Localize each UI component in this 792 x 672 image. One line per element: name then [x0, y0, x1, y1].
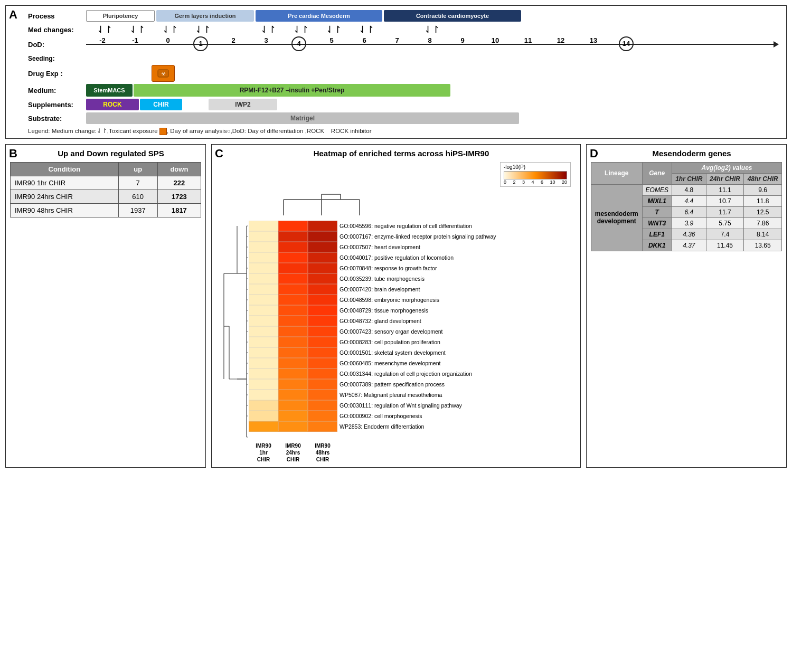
heatmap-cell — [249, 347, 278, 358]
heatmap-row-label: WP2853: Endoderm differentiation — [340, 421, 496, 432]
heatmap-row — [249, 421, 337, 432]
heatmap-cell — [278, 368, 308, 379]
heatmap-cell — [278, 231, 308, 242]
process-row: Process Pluripotency Germ layers inducti… — [28, 10, 780, 22]
heatmap-cell — [308, 337, 337, 347]
heatmap-cell — [278, 252, 308, 263]
heatmap-row-label: WP5087: Malignant pleural mesothelioma — [340, 390, 496, 400]
gene-cell: T — [642, 206, 672, 217]
panel-c-title-text: Heatmap of enriched terms across hiPS-IM… — [314, 149, 489, 158]
heatmap-cell — [249, 390, 278, 400]
legend: Legend: Medium change:⇃↾,Toxicant exposu… — [28, 127, 780, 135]
bar-pluripotency: Pluripotency — [86, 10, 155, 22]
val1-cell: 4.36 — [672, 229, 706, 240]
col-24hr: 24hr CHIR — [706, 173, 744, 184]
side-dendrogram — [221, 221, 248, 442]
heatmap-row-label: GO:0048729: tissue morphogenesis — [340, 305, 496, 316]
heatmap-row — [249, 326, 337, 337]
heatmap-col-label: IMR9048hrsCHIR — [308, 442, 337, 463]
dod-7: 7 — [381, 36, 413, 51]
heatmap-cell — [308, 411, 337, 421]
heatmap-row — [249, 252, 337, 263]
heatmap-cell — [278, 273, 308, 284]
supplements-row: Supplements: ROCK CHIR IWP2 — [28, 99, 780, 110]
heatmap-row — [249, 263, 337, 273]
heatmap-cell — [278, 390, 308, 400]
val3-cell: 11.8 — [744, 195, 782, 206]
panel-a-label: A — [9, 8, 17, 22]
col-lineage: Lineage — [591, 162, 643, 184]
heatmap-cell — [249, 379, 278, 390]
heatmap-cell — [249, 368, 278, 379]
dod-circle-14: 14 — [619, 36, 634, 51]
heatmap-cell — [308, 273, 337, 284]
val2-cell: 11.7 — [706, 206, 744, 217]
heatmap-cell — [278, 411, 308, 421]
heatmap-cell — [249, 263, 278, 273]
med-icon-4: ⇃↾ — [186, 24, 219, 35]
dod-circle-1: 1 — [193, 36, 208, 51]
panel-d: D Mesendoderm genes Lineage Gene Avg(log… — [586, 144, 787, 468]
heatmap-cell — [308, 326, 337, 337]
up-cell: 1937 — [118, 203, 157, 217]
dod-0: 0 — [152, 36, 184, 51]
heatmap-cell — [249, 221, 278, 231]
dod-6: 6 — [348, 36, 381, 51]
dod-neg1: -1 — [119, 36, 152, 51]
bar-precardiac: Pre cardiac Mesoderm — [256, 10, 382, 22]
heatmap-row-label: GO:0048598: embryonic morphogenesis — [340, 295, 496, 305]
med-icon-7: ⇃↾ — [317, 24, 350, 35]
val2-cell: 10.7 — [706, 195, 744, 206]
condition-cell: IMR90 24hrs CHIR — [11, 190, 119, 203]
suppl-chir: CHIR — [140, 99, 182, 110]
heatmap-cell — [249, 411, 278, 421]
heatmap-row-label: GO:0060485: mesenchyme development — [340, 358, 496, 368]
val1-cell: 4.4 — [672, 195, 706, 206]
val3-cell: 13.65 — [744, 240, 782, 251]
medium-label: Medium: — [28, 87, 86, 94]
dod-3: 3 — [250, 36, 282, 51]
heatmap-cell — [278, 326, 308, 337]
panel-c-label: C — [215, 147, 223, 160]
dod-11: 11 — [512, 36, 544, 51]
panel-b-title-text: Up and Down regulated SPS — [58, 149, 164, 158]
lineage-cell: mesendodermdevelopment — [591, 184, 643, 251]
table-d: Lineage Gene Avg(log2) values 1hr CHIR 2… — [591, 162, 782, 251]
heatmap-cells — [249, 221, 337, 442]
dod-circle-4: 4 — [291, 36, 306, 51]
heatmap-row — [249, 231, 337, 242]
med-icon-1: ⇃↾ — [88, 24, 121, 35]
substrate-matrigel: Matrigel — [86, 112, 519, 124]
panel-d-label: D — [590, 147, 598, 160]
seeding-label: Seeding: — [28, 55, 86, 62]
heatmap-cell — [308, 358, 337, 368]
heatmap-cell — [249, 242, 278, 252]
heatmap-row — [249, 379, 337, 390]
heatmap-row — [249, 284, 337, 295]
dod-2: 2 — [217, 36, 250, 51]
condition-cell: IMR90 1hr CHIR — [11, 176, 119, 190]
heatmap-cell — [308, 242, 337, 252]
medium-stemmacs: StemMACS — [86, 84, 133, 97]
med-changes-row: Med changes: ⇃↾ ⇃↾ ⇃↾ ⇃↾ ⇃↾ ⇃↾ ⇃↾ ⇃↾ ⇃↾ — [28, 24, 780, 35]
dod-9: 9 — [446, 36, 479, 51]
med-icon-9: ⇃↾ — [416, 24, 448, 35]
val2-cell: 11.45 — [706, 240, 744, 251]
heatmap-cell — [278, 284, 308, 295]
heatmap-gradient — [504, 171, 567, 179]
drug-exp-row: Drug Exp : ☣ — [28, 64, 780, 83]
heatmap-row-label: GO:0008283: cell population proliferatio… — [340, 337, 496, 347]
heatmap-cell — [249, 295, 278, 305]
heatmap-cell — [249, 231, 278, 242]
heatmap-legend: -log10(P) 023461020 — [500, 162, 571, 187]
col-48hr: 48hr CHIR — [744, 173, 782, 184]
dod-14: 14 — [610, 36, 643, 51]
heatmap-cell — [249, 358, 278, 368]
process-bars: Pluripotency Germ layers induction Pre c… — [86, 10, 521, 22]
heatmap-cell — [308, 390, 337, 400]
panel-b-title: Up and Down regulated SPS — [21, 149, 201, 158]
dod-8: 8 — [413, 36, 446, 51]
med-changes-label: Med changes: — [28, 26, 86, 34]
up-cell: 7 — [118, 176, 157, 190]
heatmap-cell — [249, 326, 278, 337]
